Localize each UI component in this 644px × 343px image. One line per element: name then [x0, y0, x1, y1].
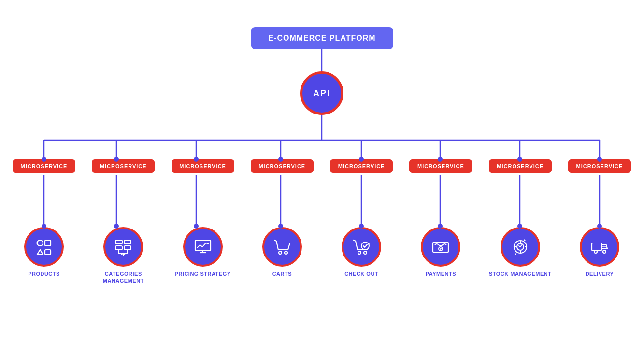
stock-label: STOCK MANAGEMENT: [489, 271, 551, 277]
microservice-badge-2: MICROSERVICE: [92, 159, 155, 173]
svg-point-73: [594, 250, 597, 253]
svg-point-55: [279, 251, 282, 254]
service-checkout: CHECK OUT: [330, 227, 393, 277]
checkout-icon-circle: [342, 227, 381, 267]
categories-icon-circle: [103, 227, 143, 267]
payments-icon-circle: [421, 227, 460, 267]
products-icon-circle: [24, 227, 64, 267]
products-label: PRODUCTS: [28, 271, 60, 277]
svg-rect-38: [45, 250, 51, 255]
platform-box: E-COMMERCE PLATFORM: [251, 27, 393, 49]
microservice-badge-4: MICROSERVICE: [251, 159, 314, 173]
svg-rect-41: [124, 240, 131, 244]
delivery-label: DELIVERY: [586, 271, 614, 277]
service-delivery: DELIVERY: [568, 227, 631, 277]
svg-point-56: [285, 251, 287, 254]
svg-marker-70: [524, 239, 526, 241]
svg-point-58: [364, 251, 367, 254]
delivery-icon-circle: [580, 227, 619, 267]
payments-label: PAYMENTS: [426, 271, 456, 277]
svg-rect-42: [115, 246, 122, 250]
checkout-label: CHECK OUT: [344, 271, 378, 277]
pricing-icon-circle: [183, 227, 223, 267]
microservice-badge-6: MICROSERVICE: [409, 159, 472, 173]
svg-line-51: [202, 243, 206, 247]
api-label: API: [313, 88, 330, 99]
svg-line-52: [206, 243, 209, 244]
service-products: PRODUCTS: [13, 227, 75, 277]
service-payments: PAYMENTS: [409, 227, 472, 277]
svg-line-50: [200, 245, 202, 247]
microservice-badge-5: MICROSERVICE: [330, 159, 393, 173]
services-row: PRODUCTS CATEGORIES MANAGEMENT: [13, 227, 631, 285]
microservice-row: MICROSERVICE MICROSERVICE MICROSERVICE M…: [13, 159, 631, 173]
diagram-container: E-COMMERCE PLATFORM API MICROSERVICE MIC…: [0, 0, 644, 343]
svg-point-74: [603, 250, 606, 253]
microservice-badge-3: MICROSERVICE: [172, 159, 234, 173]
microservice-badge-7: MICROSERVICE: [489, 159, 552, 173]
service-stock: STOCK MANAGEMENT: [489, 227, 552, 277]
service-carts: CARTS: [251, 227, 314, 277]
service-pricing: PRICING STRATEGY: [172, 227, 234, 277]
svg-rect-72: [592, 243, 601, 251]
api-circle: API: [300, 71, 343, 115]
microservice-badge-1: MICROSERVICE: [13, 159, 75, 173]
pricing-label: PRICING STRATEGY: [175, 271, 231, 277]
carts-icon-circle: [262, 227, 302, 267]
platform-label: E-COMMERCE PLATFORM: [268, 34, 375, 42]
svg-marker-37: [37, 250, 43, 255]
svg-rect-40: [115, 240, 122, 244]
microservice-badge-8: MICROSERVICE: [568, 159, 631, 173]
svg-point-57: [358, 251, 361, 254]
service-categories: CATEGORIES MANAGEMENT: [92, 227, 155, 285]
svg-point-59: [361, 242, 369, 250]
carts-label: CARTS: [272, 271, 292, 277]
svg-line-49: [197, 245, 200, 248]
svg-rect-48: [195, 240, 211, 251]
stock-icon-circle: [501, 227, 540, 267]
svg-rect-43: [124, 246, 131, 250]
categories-label: CATEGORIES MANAGEMENT: [92, 271, 155, 285]
svg-marker-71: [515, 253, 516, 255]
svg-rect-36: [45, 240, 51, 246]
svg-point-39: [36, 242, 38, 244]
